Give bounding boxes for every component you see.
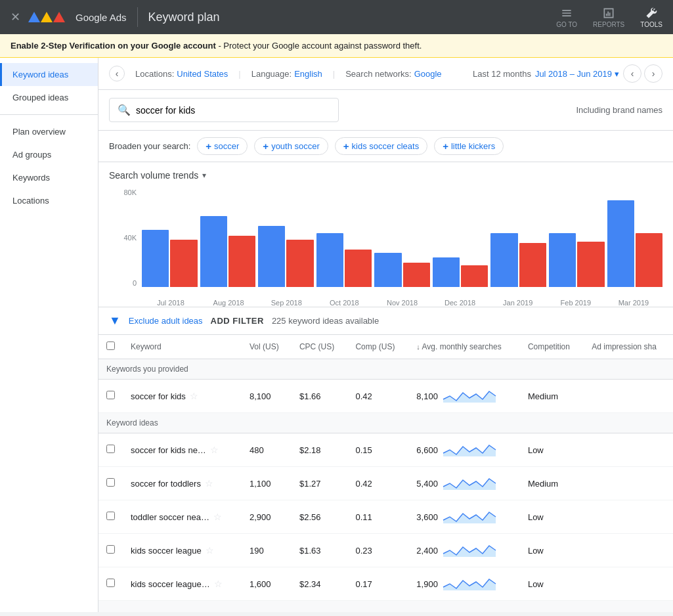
star-icon[interactable]: ☆ — [190, 391, 198, 401]
language-value[interactable]: English — [294, 69, 322, 79]
keyword-text: soccer for kids — [131, 391, 186, 401]
bar-red-4 — [403, 263, 430, 288]
keyword-cell: kids soccer league… ☆ — [131, 579, 234, 589]
star-icon[interactable]: ☆ — [214, 579, 223, 589]
sidebar-item-keyword-ideas[interactable]: Keyword ideas — [0, 63, 98, 86]
bar-group-5 — [433, 257, 488, 287]
location-label: Locations: — [135, 69, 174, 79]
star-icon[interactable]: ☆ — [206, 545, 214, 556]
cpc-col-header[interactable]: CPC (US) — [292, 335, 348, 359]
avg-value: 3,600 — [416, 512, 438, 522]
ad-impression-cell — [584, 433, 673, 467]
keyword-col-header[interactable]: Keyword — [123, 335, 242, 359]
trend-cell: 6,600 — [416, 440, 512, 460]
bar-blue-8 — [607, 200, 634, 287]
sidebar-item-ad-groups[interactable]: Ad groups — [0, 143, 98, 166]
ad-impression-cell — [584, 567, 673, 601]
bar-blue-0 — [142, 230, 169, 287]
date-range-button[interactable]: Jul 2018 – Jun 2019 ▾ — [535, 69, 619, 79]
exclude-adult-link[interactable]: Exclude adult ideas — [129, 316, 203, 326]
goto-nav-item[interactable]: GO TO — [556, 7, 577, 28]
sparkline-svg — [443, 440, 496, 460]
bar-blue-6 — [490, 233, 517, 288]
broaden-chip-youth-soccer[interactable]: + youth soccer — [254, 137, 328, 155]
trend-cell: 8,100 — [416, 386, 512, 406]
star-icon[interactable]: ☆ — [210, 445, 219, 455]
bar-red-6 — [519, 243, 546, 288]
keyword-cell: soccer for toddlers ☆ — [131, 478, 234, 489]
sidebar-divider — [0, 114, 98, 115]
bar-red-0 — [170, 240, 197, 287]
chart-section: Search volume trends ▾ 80K 40K 0 Jul 201… — [98, 162, 673, 307]
row-checkbox[interactable] — [106, 545, 115, 554]
dropdown-icon: ▾ — [615, 69, 619, 79]
select-all-checkbox[interactable] — [106, 341, 115, 350]
comp-cell: 0.42 — [347, 380, 408, 413]
trend-cell: 5,400 — [416, 473, 512, 493]
x-label-2: Sep 2018 — [257, 299, 315, 307]
avg-monthly-col-header[interactable]: ↓ Avg. monthly searches — [408, 335, 520, 359]
sidebar-item-grouped-ideas[interactable]: Grouped ideas — [0, 86, 98, 109]
bar-red-7 — [577, 242, 604, 287]
vol-col-header[interactable]: Vol (US) — [242, 335, 292, 359]
competition-cell: Medium — [520, 380, 584, 413]
keyword-cell: toddler soccer nea… ☆ — [131, 512, 234, 522]
date-selector: Last 12 months Jul 2018 – Jun 2019 ▾ ‹ › — [473, 64, 662, 83]
row-checkbox[interactable] — [106, 445, 115, 453]
bar-blue-2 — [258, 226, 285, 287]
add-filter-button[interactable]: ADD FILTER — [211, 316, 264, 326]
bar-group-2 — [258, 226, 314, 287]
next-date-button[interactable]: › — [644, 64, 662, 83]
competition-cell: Low — [520, 500, 584, 534]
chart-header[interactable]: Search volume trends ▾ — [109, 170, 662, 181]
vol-cell: 480 — [242, 433, 292, 467]
x-label-5: Dec 2018 — [431, 299, 489, 307]
row-checkbox[interactable] — [106, 512, 115, 520]
row-checkbox[interactable] — [106, 579, 115, 587]
nav-actions: GO TO REPORTS TOOLS — [556, 7, 662, 28]
bar-group-3 — [316, 233, 372, 288]
ad-impression-cell — [584, 500, 673, 534]
ad-impression-col-header[interactable]: Ad impression sha — [584, 335, 673, 359]
row-checkbox[interactable] — [106, 391, 115, 399]
location-value[interactable]: United States — [177, 69, 228, 79]
broaden-chip-kids-soccer-cleats[interactable]: + kids soccer cleats — [335, 137, 427, 155]
section-header-0: Keywords you provided — [98, 359, 673, 380]
search-input[interactable] — [136, 105, 330, 116]
comp-col-header[interactable]: Comp (US) — [347, 335, 408, 359]
tools-nav-item[interactable]: TOOLS — [640, 7, 662, 28]
bar-blue-7 — [549, 233, 576, 288]
funnel-icon: ▼ — [109, 314, 121, 328]
reports-icon — [602, 7, 615, 20]
competition-cell: Low — [520, 534, 584, 567]
x-label-1: Aug 2018 — [200, 299, 257, 307]
tools-icon — [645, 7, 658, 20]
close-button[interactable]: ✕ — [11, 10, 20, 24]
avg-monthly-cell: 3,600 — [408, 500, 520, 534]
back-button[interactable]: ‹ — [109, 66, 125, 81]
sidebar-item-locations[interactable]: Locations — [0, 189, 98, 212]
broaden-chip-soccer[interactable]: + soccer — [197, 137, 248, 155]
x-label-8: Mar 2019 — [605, 299, 662, 307]
star-icon[interactable]: ☆ — [213, 512, 222, 522]
sidebar-item-plan-overview[interactable]: Plan overview — [0, 120, 98, 143]
sparkline-svg — [443, 386, 496, 406]
bar-group-4 — [374, 253, 430, 288]
chart-container: 80K 40K 0 Jul 2018Aug 2018Sep 2018Oct 20… — [109, 188, 662, 307]
row-checkbox[interactable] — [106, 478, 115, 487]
bar-group-7 — [549, 233, 605, 288]
sidebar-item-keywords[interactable]: Keywords — [0, 166, 98, 189]
avg-monthly-cell: 2,400 — [408, 534, 520, 567]
network-value[interactable]: Google — [414, 69, 442, 79]
competition-col-header[interactable]: Competition — [520, 335, 584, 359]
star-icon[interactable]: ☆ — [205, 478, 213, 489]
competition-cell: Low — [520, 567, 584, 601]
trend-cell: 3,600 — [416, 507, 512, 527]
broaden-chip-little-kickers[interactable]: + little kickers — [434, 137, 504, 155]
prev-date-button[interactable]: ‹ — [623, 64, 641, 83]
comp-cell: 0.42 — [347, 467, 408, 500]
avg-monthly-cell: 8,100 — [408, 380, 520, 413]
select-all-header[interactable] — [98, 335, 123, 359]
reports-nav-item[interactable]: REPORTS — [593, 7, 624, 28]
notification-bold: Enable 2-Step Verification on your Googl… — [11, 41, 216, 51]
